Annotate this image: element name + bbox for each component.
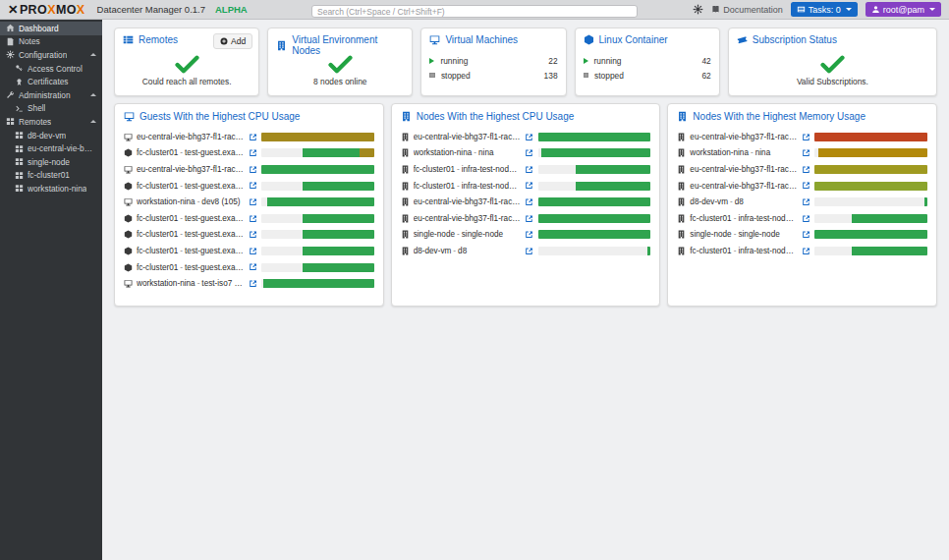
sidebar-item-d8-dev-vm[interactable]: d8-dev-vm (0, 129, 102, 142)
topbar-actions: Documentation Tasks: 0 root@pam (693, 2, 941, 17)
documentation-link[interactable]: Documentation (711, 5, 783, 15)
sidebar-item-single-node[interactable]: single-node (0, 155, 102, 169)
monitor-icon (124, 133, 133, 141)
external-link-icon[interactable] (525, 133, 534, 142)
grid-icon (15, 184, 24, 193)
sidebar-item-dashboard[interactable]: Dashboard (0, 22, 102, 35)
usage-row: eu-central-vie-bhg37-fl1-rack2-prod1 (401, 129, 651, 145)
ve-nodes-card: Virtual Environment Nodes 8 nodes online (267, 28, 413, 96)
external-link-icon[interactable] (249, 165, 258, 175)
cogs-icon (6, 50, 15, 59)
external-link-icon[interactable] (249, 230, 258, 240)
panel-title-icon (401, 111, 412, 122)
building-icon (401, 230, 410, 239)
external-link-icon[interactable] (802, 197, 811, 207)
external-link-icon[interactable] (249, 262, 258, 272)
external-link-icon[interactable] (249, 133, 258, 142)
sidebar-item-configuration[interactable]: Configuration (0, 48, 102, 62)
usage-bar (814, 148, 927, 157)
external-link-icon[interactable] (525, 230, 534, 240)
external-link-icon[interactable] (249, 148, 258, 158)
usage-row-separator: - (730, 197, 733, 206)
external-link-icon[interactable] (249, 247, 258, 256)
usage-bar (261, 197, 374, 206)
summary-cards: Remotes Add Could reach all remotes. Vir… (114, 28, 937, 96)
external-link-icon[interactable] (802, 165, 811, 175)
usage-row-separator: - (197, 197, 200, 206)
usage-bar (814, 197, 927, 206)
external-link-icon[interactable] (802, 148, 811, 158)
vm-stopped-count: 138 (544, 71, 558, 81)
usage-row: fc-cluster01-infra-test-node04 (677, 210, 927, 227)
external-link-icon[interactable] (525, 214, 534, 224)
usage-bar (538, 165, 651, 174)
collapse-caret-icon[interactable] (90, 120, 96, 123)
building-icon (401, 133, 410, 141)
usage-row-remote: d8-dev-vm (414, 247, 452, 255)
usage-row-separator: - (197, 279, 200, 288)
usage-bar-segment (924, 197, 927, 206)
usage-bar (538, 197, 651, 206)
usage-row: eu-central-vie-bhg37-fl1-rack2-prod2 (401, 210, 651, 227)
usage-row: fc-cluster01-test-guest.example.com (252… (124, 178, 374, 195)
tasks-button[interactable]: Tasks: 0 (791, 2, 858, 17)
usage-row-remote: eu-central-vie-bhg37-fl1-rack2 (414, 214, 521, 223)
usage-bar-segment (303, 214, 373, 223)
external-link-icon[interactable] (525, 181, 534, 191)
user-menu-button[interactable]: root@pam (865, 2, 941, 17)
external-link-icon[interactable] (525, 165, 534, 175)
external-link-icon[interactable] (802, 247, 811, 256)
lxc-running-row: running 42 (584, 56, 711, 66)
external-link-icon[interactable] (525, 197, 534, 207)
vm-running-row: running 22 (429, 56, 557, 66)
usage-row-remote: eu-central-vie-bhg37-fl1-rack2 (690, 133, 797, 141)
usage-row-name: infra-test-node03 (462, 182, 522, 191)
remotes-card: Remotes Add Could reach all remotes. (114, 28, 259, 96)
usage-bar-segment (263, 279, 373, 288)
usage-bar (538, 148, 651, 157)
external-link-icon[interactable] (525, 148, 534, 158)
panel-title: Nodes With the Highest Memory Usage (693, 111, 865, 122)
sidebar-item-shell[interactable]: Shell (0, 102, 102, 116)
sidebar-item-eu-central-vie-bhg37-fl1-rack2[interactable]: eu-central-vie-bhg37-fl1-rack2 (0, 141, 102, 155)
collapse-caret-icon[interactable] (90, 53, 96, 56)
cube-icon (124, 230, 133, 239)
external-link-icon[interactable] (802, 133, 811, 142)
add-remote-button[interactable]: Add (213, 33, 252, 49)
wrench-icon (6, 90, 15, 99)
external-link-icon[interactable] (249, 197, 258, 207)
usage-row-remote: fc-cluster01 (414, 165, 455, 174)
sidebar-item-notes[interactable]: Notes (0, 35, 102, 49)
building-icon (401, 197, 410, 206)
external-link-icon[interactable] (249, 279, 258, 289)
settings-gear-icon[interactable] (693, 4, 703, 15)
panel-title: Guests With the Highest CPU Usage (140, 111, 300, 122)
usage-row-separator: - (751, 148, 754, 157)
external-link-icon[interactable] (249, 181, 258, 191)
usage-bar (261, 263, 374, 272)
remotes-list-icon (123, 34, 134, 45)
external-link-icon[interactable] (802, 181, 811, 191)
usage-row-name: test-guest.example.com (249) (185, 247, 245, 255)
grid-icon (15, 171, 24, 180)
external-link-icon[interactable] (249, 214, 258, 224)
sidebar-item-remotes[interactable]: Remotes (0, 115, 102, 129)
usage-bar-segment (261, 165, 374, 174)
search-input[interactable] (311, 5, 638, 18)
usage-row-remote: single-node (414, 230, 455, 239)
collapse-caret-icon[interactable] (90, 93, 96, 96)
usage-bar (538, 182, 651, 191)
documentation-label: Documentation (723, 5, 783, 15)
sidebar-item-certificates[interactable]: Certificates (0, 75, 102, 88)
external-link-icon[interactable] (802, 230, 811, 240)
sidebar-item-access-control[interactable]: Access Control (0, 62, 102, 76)
external-link-icon[interactable] (525, 247, 534, 256)
shell-icon (15, 104, 24, 113)
usage-bar-segment (538, 230, 651, 239)
sidebar-item-administration[interactable]: Administration (0, 88, 102, 102)
usage-row: fc-cluster01-infra-test-node04 (401, 161, 651, 178)
sidebar-item-fc-cluster01[interactable]: fc-cluster01 (0, 169, 102, 183)
external-link-icon[interactable] (802, 214, 811, 224)
sidebar-item-workstation-nina[interactable]: workstation-nina (0, 182, 102, 196)
usage-row-remote: fc-cluster01 (137, 182, 178, 191)
